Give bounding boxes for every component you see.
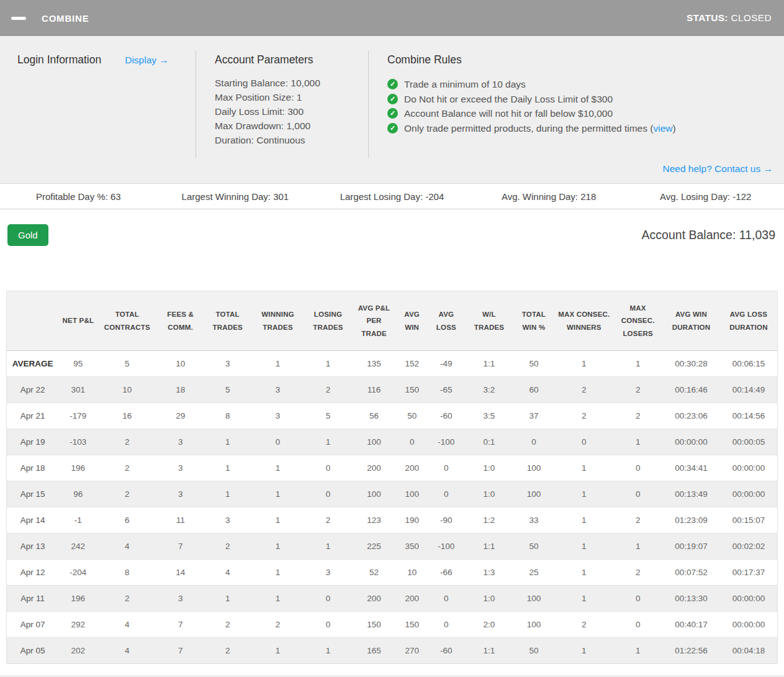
cell: -60 xyxy=(427,403,465,429)
cell: -90 xyxy=(427,507,465,534)
cell: 00:00:00 xyxy=(720,586,778,612)
table-row: Apr 223011018532116150-653:2602200:16:46… xyxy=(7,377,778,403)
cell: 7 xyxy=(156,638,204,664)
cell: 0 xyxy=(613,612,662,638)
rule-item: ✓Do Not hit or exceed the Daily Loss Lim… xyxy=(387,92,774,107)
cell: 00:00:00 xyxy=(720,612,778,638)
cell: 25 xyxy=(513,560,554,586)
cell: 100 xyxy=(513,612,554,638)
cell: 3 xyxy=(156,481,204,507)
login-information-title: Login Information xyxy=(17,53,101,66)
login-information-section: Login Information Display → xyxy=(17,53,196,158)
cell: 2 xyxy=(554,612,613,638)
cell: 52 xyxy=(351,560,397,586)
cell: 4 xyxy=(204,560,251,586)
cell: 1 xyxy=(554,507,613,534)
cell: 100 xyxy=(513,481,554,507)
cell: -60 xyxy=(427,638,465,664)
cell: 1 xyxy=(251,351,305,377)
cell: 1 xyxy=(305,429,351,455)
cell: -103 xyxy=(58,429,97,455)
check-icon: ✓ xyxy=(387,123,398,134)
view-link[interactable]: view xyxy=(653,123,672,134)
cell: 8 xyxy=(204,403,251,429)
cell: 2 xyxy=(613,507,662,534)
cell: 8 xyxy=(97,560,156,586)
cell: 225 xyxy=(351,534,397,560)
cell: 2 xyxy=(613,377,662,403)
cell: 2:0 xyxy=(465,612,513,638)
param-duration: Duration: Continuous xyxy=(215,133,349,147)
minimize-icon[interactable] xyxy=(11,17,26,20)
cell: 242 xyxy=(58,534,97,560)
cell: 01:22:56 xyxy=(662,638,720,664)
cell: 0 xyxy=(397,429,427,455)
cell: 00:34:41 xyxy=(662,455,720,481)
cell: 3 xyxy=(204,351,251,377)
column-header: AVG P&L PER TRADE xyxy=(351,291,397,351)
cell: 1:1 xyxy=(465,351,513,377)
cell: 100 xyxy=(351,429,397,455)
column-header: FEES & COMM. xyxy=(156,291,204,351)
cell: 2 xyxy=(554,377,613,403)
stat-profitable-day-pct: Profitable Day %: 63 xyxy=(0,191,157,202)
cell: 1 xyxy=(305,638,351,664)
check-icon: ✓ xyxy=(387,79,398,89)
cell: 1 xyxy=(251,638,305,664)
cell: 00:14:56 xyxy=(720,403,778,429)
row-label: Apr 15 xyxy=(7,481,59,507)
stats-bar: Profitable Day %: 63 Largest Winning Day… xyxy=(0,184,784,209)
row-label: Apr 21 xyxy=(7,403,59,429)
row-label: Apr 14 xyxy=(7,507,59,534)
cell: 200 xyxy=(351,455,397,481)
display-link[interactable]: Display → xyxy=(125,55,169,66)
column-header: AVG LOSS DURATION xyxy=(720,291,778,351)
cell: 1 xyxy=(554,481,613,507)
cell: 0 xyxy=(613,455,662,481)
cell: 2 xyxy=(305,507,351,534)
cell: 96 xyxy=(58,481,97,507)
status-badge: STATUS: CLOSED xyxy=(687,12,772,24)
row-label: Apr 19 xyxy=(7,429,59,455)
cell: 0 xyxy=(427,612,465,638)
cell: 1 xyxy=(305,534,351,560)
table-row: Apr 1324247211225350-1001:1501100:19:070… xyxy=(7,534,778,560)
cell: 0 xyxy=(305,481,351,507)
cell: 200 xyxy=(351,586,397,612)
daily-stats-table-wrap: NET P&LTOTAL CONTRACTSFEES & COMM.TOTAL … xyxy=(6,291,778,664)
cell: 00:06:15 xyxy=(720,351,778,377)
cell: 301 xyxy=(58,377,97,403)
rule-text-prefix: Only trade permitted products, during th… xyxy=(404,123,653,134)
cell: 00:30:28 xyxy=(662,351,720,377)
cell: 1 xyxy=(305,351,351,377)
stat-avg-winning-day: Avg. Winning Day: 218 xyxy=(471,191,628,202)
cell: 16 xyxy=(97,403,156,429)
table-body: AVERAGE95510311135152-491:1501100:30:280… xyxy=(7,351,778,664)
column-header xyxy=(7,291,59,351)
cell: 7 xyxy=(156,534,204,560)
combine-rules-section: Combine Rules ✓Trade a minimum of 10 day… xyxy=(368,51,774,158)
cell: 2 xyxy=(97,481,156,507)
cell: 100 xyxy=(513,586,554,612)
gold-product-button[interactable]: Gold xyxy=(7,224,48,246)
cell: -179 xyxy=(58,403,97,429)
cell: 1 xyxy=(613,638,662,664)
status-label: STATUS: xyxy=(687,12,728,23)
contact-us-link[interactable]: Need help? Contact us → xyxy=(663,163,773,175)
param-max-position-size: Max Position Size: 1 xyxy=(215,90,349,104)
check-icon: ✓ xyxy=(387,94,398,104)
cell: 196 xyxy=(58,586,97,612)
cell: 00:23:06 xyxy=(662,403,720,429)
table-head: NET P&LTOTAL CONTRACTSFEES & COMM.TOTAL … xyxy=(7,291,778,351)
cell: 00:00:00 xyxy=(662,429,720,455)
account-balance: Account Balance: 11,039 xyxy=(642,228,775,242)
cell: 18 xyxy=(156,377,204,403)
table-header-row: NET P&LTOTAL CONTRACTSFEES & COMM.TOTAL … xyxy=(7,291,778,351)
cell: 1:2 xyxy=(465,507,513,534)
cell: 2 xyxy=(613,403,662,429)
cell: 00:04:18 xyxy=(720,638,778,664)
cell: 200 xyxy=(397,586,427,612)
cell: 33 xyxy=(513,507,554,534)
row-label: Apr 12 xyxy=(7,560,59,586)
cell: 1 xyxy=(204,586,251,612)
